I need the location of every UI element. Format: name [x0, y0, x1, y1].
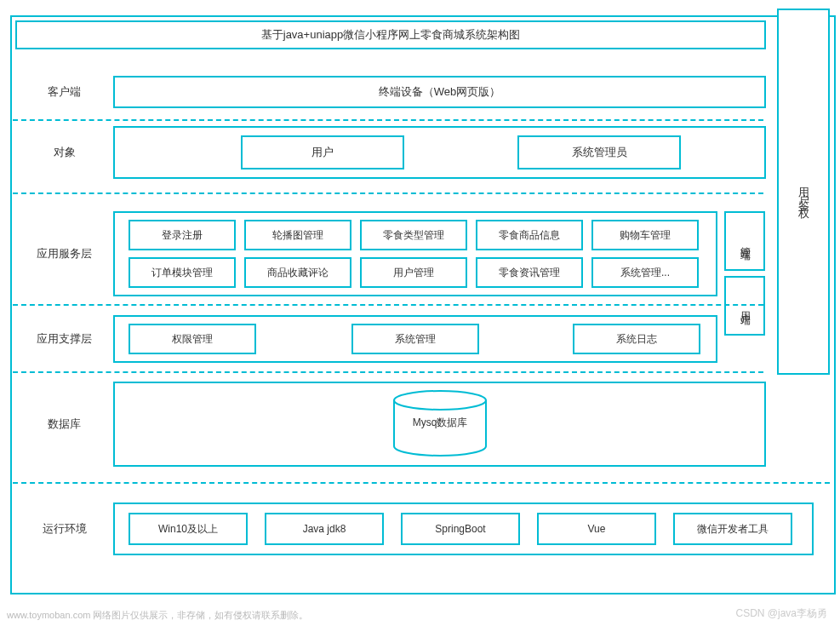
divider — [13, 304, 763, 306]
database-name: Mysq数据库 — [392, 416, 488, 430]
footer-credit: CSDN @java李杨勇 — [735, 606, 827, 621]
app-service-row: 应用服务层 登录注册 轮播图管理 零食类型管理 零食商品信息 购物车管理 订单模… — [15, 211, 766, 296]
object-row: 对象 用户 系统管理员 — [15, 126, 766, 179]
runtime-java-box: Java jdk8 — [265, 513, 384, 545]
runtime-wechat-box: 微信开发者工具 — [673, 513, 792, 545]
client-device-text: 终端设备（Web网页版） — [379, 84, 501, 100]
client-row: 客户端 终端设备（Web网页版） — [15, 70, 766, 114]
object-admin-text: 系统管理员 — [572, 145, 627, 160]
user-auth-box: 用户鉴权 — [777, 9, 830, 375]
service-login-box: 登录注册 — [129, 220, 236, 250]
service-carousel-box: 轮播图管理 — [244, 220, 351, 250]
client-label: 客户端 — [15, 70, 113, 114]
footer-disclaimer: www.toymoban.com 网络图片仅供展示，非存储，如有侵权请联系删除。 — [7, 609, 308, 622]
support-log-box: 系统日志 — [573, 324, 700, 354]
app-service-label: 应用服务层 — [15, 211, 113, 296]
object-user-text: 用户 — [311, 145, 334, 160]
service-favorite-box: 商品收藏评论 — [244, 257, 351, 288]
database-label: 数据库 — [15, 382, 113, 467]
runtime-row: 运行环境 Win10及以上 Java jdk8 SpringBoot Vue 微… — [15, 503, 766, 555]
divider — [13, 192, 763, 194]
support-permission-box: 权限管理 — [129, 324, 256, 354]
service-snack-type-box: 零食类型管理 — [360, 220, 467, 250]
svg-point-0 — [394, 391, 486, 410]
object-label: 对象 — [15, 126, 113, 179]
support-system-box: 系统管理 — [351, 324, 479, 354]
title-text: 基于java+uniapp微信小程序网上零食商城系统架构图 — [261, 27, 520, 43]
service-snack-info-box: 零食商品信息 — [476, 220, 583, 250]
divider — [13, 119, 763, 121]
app-support-label: 应用支撑层 — [15, 315, 113, 363]
runtime-label: 运行环境 — [15, 503, 113, 555]
service-user-mgmt-box: 用户管理 — [360, 257, 467, 288]
runtime-vue-box: Vue — [537, 513, 656, 545]
service-news-box: 零食资讯管理 — [476, 257, 583, 288]
diagram-title: 基于java+uniapp微信小程序网上零食商城系统架构图 — [15, 20, 766, 49]
service-system-box: 系统管理... — [591, 257, 699, 288]
client-device-box: 终端设备（Web网页版） — [113, 76, 766, 108]
object-user-box: 用户 — [241, 135, 404, 169]
service-cart-box: 购物车管理 — [591, 220, 699, 250]
divider — [13, 371, 763, 373]
object-admin-box: 系统管理员 — [517, 135, 681, 169]
service-order-box: 订单模块管理 — [129, 257, 236, 288]
user-auth-text: 用户鉴权 — [796, 178, 811, 205]
architecture-diagram: 基于java+uniapp微信小程序网上零食商城系统架构图 客户端 终端设备（W… — [0, 0, 840, 626]
runtime-os-box: Win10及以上 — [129, 513, 248, 545]
app-support-row: 应用支撑层 权限管理 系统管理 系统日志 — [15, 315, 766, 363]
divider — [13, 482, 830, 484]
mgmt-side-box: 管理端 — [724, 211, 765, 271]
runtime-springboot-box: SpringBoot — [401, 513, 520, 545]
database-row: 数据库 Mysq数据库 — [15, 382, 766, 467]
database-cylinder-icon: Mysq数据库 — [392, 390, 488, 457]
